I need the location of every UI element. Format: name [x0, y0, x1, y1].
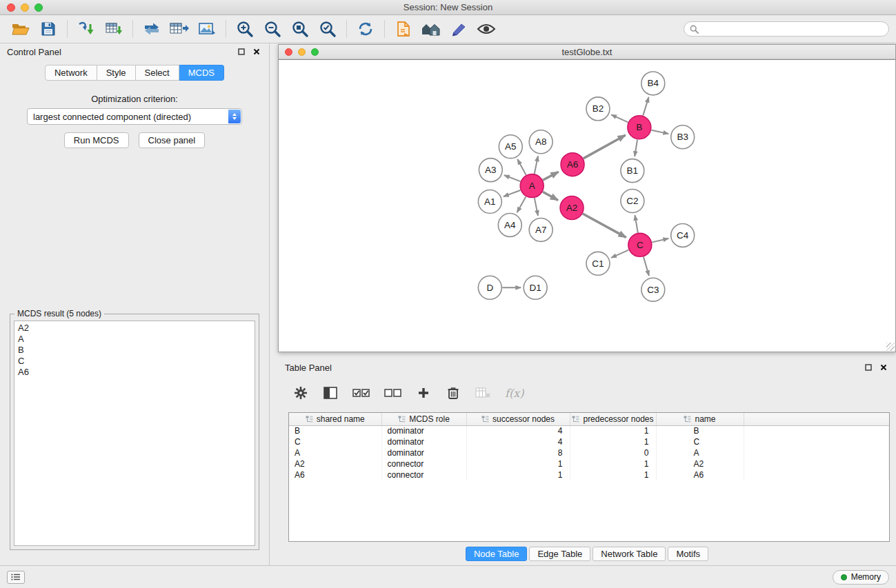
- tab-edge-table[interactable]: Edge Table: [529, 547, 590, 561]
- column-header-shared-name[interactable]: shared name: [289, 413, 381, 425]
- cell[interactable]: C: [289, 436, 381, 447]
- deselect-all-button[interactable]: [384, 385, 401, 401]
- minimize-window-button[interactable]: [21, 3, 29, 12]
- result-item[interactable]: C: [18, 356, 251, 367]
- open-file-button[interactable]: [7, 18, 34, 40]
- tab-network[interactable]: Network: [45, 65, 97, 81]
- zoom-out-button[interactable]: [259, 18, 286, 40]
- cell[interactable]: 4: [466, 436, 570, 447]
- cell[interactable]: A: [656, 447, 744, 458]
- edge-C-C3[interactable]: [644, 257, 649, 276]
- tab-mcds[interactable]: MCDS: [179, 65, 224, 81]
- show-all-networks-button[interactable]: [417, 18, 445, 40]
- cell[interactable]: dominator: [381, 447, 466, 458]
- apply-layout-button[interactable]: [352, 18, 379, 40]
- tab-select[interactable]: Select: [136, 65, 179, 81]
- import-table-button[interactable]: [100, 18, 128, 40]
- column-header-MCDS-role[interactable]: MCDS role: [381, 413, 466, 425]
- edge-A-A5[interactable]: [517, 159, 526, 175]
- import-network-button[interactable]: [72, 18, 100, 40]
- edge-A-A2[interactable]: [543, 192, 558, 200]
- export-image-button[interactable]: [193, 18, 221, 40]
- column-header-predecessor-nodes[interactable]: predecessor nodes: [570, 413, 656, 425]
- node-table[interactable]: shared nameMCDS rolesuccessor nodesprede…: [288, 412, 890, 542]
- memory-button[interactable]: Memory: [833, 570, 889, 585]
- edge-A-A4[interactable]: [517, 196, 526, 212]
- cell[interactable]: A2: [656, 458, 744, 469]
- tab-network-table[interactable]: Network Table: [593, 547, 666, 561]
- cell[interactable]: 1: [466, 469, 570, 480]
- annotation-mode-button[interactable]: [445, 18, 472, 40]
- table-row[interactable]: A2connector11A2: [289, 458, 889, 469]
- table-row[interactable]: A6connector11A6: [289, 469, 889, 480]
- cell[interactable]: dominator: [381, 425, 466, 436]
- column-header-successor-nodes[interactable]: successor nodes: [466, 413, 570, 425]
- run-mcds-button[interactable]: Run MCDS: [64, 132, 129, 148]
- cell[interactable]: connector: [381, 458, 466, 469]
- edge-A-A6[interactable]: [543, 172, 559, 180]
- select-all-button[interactable]: [352, 385, 370, 401]
- close-window-button[interactable]: [7, 3, 15, 12]
- add-column-button[interactable]: [416, 385, 431, 401]
- edge-B-B4[interactable]: [643, 97, 648, 116]
- criterion-select[interactable]: largest connected component (directed): [27, 108, 242, 125]
- close-panel-action-button[interactable]: Close panel: [139, 132, 206, 148]
- cell[interactable]: dominator: [381, 436, 466, 447]
- edge-B-B3[interactable]: [651, 130, 668, 134]
- cell[interactable]: 1: [466, 458, 570, 469]
- tab-node-table[interactable]: Node Table: [466, 547, 528, 561]
- cell[interactable]: A2: [289, 458, 381, 469]
- column-header-name[interactable]: name: [656, 413, 744, 425]
- cell[interactable]: A6: [289, 469, 381, 480]
- edge-A-A8[interactable]: [535, 156, 538, 174]
- network-close-button[interactable]: [285, 48, 292, 56]
- zoom-window-button[interactable]: [34, 3, 43, 12]
- zoom-selected-button[interactable]: [314, 18, 341, 40]
- show-hide-details-button[interactable]: [472, 18, 500, 40]
- cell[interactable]: connector: [381, 469, 466, 480]
- result-item[interactable]: A2: [18, 323, 251, 334]
- resize-grip[interactable]: [886, 343, 895, 351]
- table-row[interactable]: Cdominator41C: [289, 436, 889, 447]
- result-item[interactable]: A6: [18, 367, 251, 378]
- result-item[interactable]: A: [18, 334, 251, 345]
- cell[interactable]: C: [656, 436, 744, 447]
- edge-B-B1[interactable]: [635, 140, 637, 156]
- table-float-button[interactable]: [863, 362, 874, 373]
- search-input[interactable]: [702, 24, 883, 34]
- network-zoom-button[interactable]: [311, 48, 319, 56]
- save-session-button[interactable]: [34, 18, 62, 40]
- edge-C-C2[interactable]: [635, 215, 637, 233]
- close-panel-button[interactable]: [251, 46, 262, 57]
- edge-A-A1[interactable]: [504, 190, 521, 196]
- edge-C-C4[interactable]: [652, 239, 668, 242]
- network-graph[interactable]: B4B2BB3A8A5A6A3B1AC2A1A2A4A7C4CC1DD1C3: [279, 60, 895, 352]
- cell[interactable]: 0: [570, 447, 656, 458]
- edge-B-B2[interactable]: [611, 114, 628, 122]
- result-item[interactable]: B: [18, 345, 251, 356]
- edge-A-A7[interactable]: [535, 198, 538, 216]
- cell[interactable]: A: [289, 447, 381, 458]
- tab-motifs[interactable]: Motifs: [668, 547, 708, 561]
- cell[interactable]: 1: [570, 458, 656, 469]
- zoom-fit-button[interactable]: [286, 18, 314, 40]
- cell[interactable]: A6: [656, 469, 744, 480]
- cell[interactable]: 1: [570, 425, 656, 436]
- search-box[interactable]: [684, 21, 889, 37]
- cell[interactable]: 1: [570, 436, 656, 447]
- table-settings-button[interactable]: [293, 385, 308, 401]
- clone-network-button[interactable]: [138, 18, 166, 40]
- cell[interactable]: 1: [570, 469, 656, 480]
- mcds-result-list[interactable]: A2ABCA6: [14, 321, 255, 546]
- edge-A-A3[interactable]: [504, 175, 521, 181]
- delete-column-button[interactable]: [446, 385, 461, 401]
- zoom-in-button[interactable]: [231, 18, 259, 40]
- edge-A2-C[interactable]: [583, 214, 626, 237]
- table-close-button[interactable]: [878, 362, 889, 373]
- edge-A6-B[interactable]: [584, 135, 626, 159]
- float-panel-button[interactable]: [236, 46, 247, 57]
- task-history-button[interactable]: [7, 571, 25, 584]
- cell[interactable]: 4: [466, 425, 570, 436]
- network-minimize-button[interactable]: [298, 48, 306, 56]
- cell[interactable]: B: [656, 425, 744, 436]
